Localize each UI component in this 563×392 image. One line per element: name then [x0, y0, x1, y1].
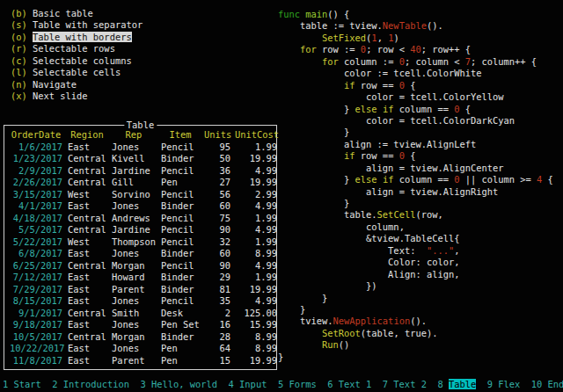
table-cell: Pencil — [161, 213, 200, 225]
menu-item-shortcut: (l) — [11, 67, 27, 77]
code-line: color = tcell.ColorDarkCyan — [278, 115, 553, 127]
table-row[interactable]: 6/25/2017CentralMorganPencil904.99 — [10, 260, 276, 272]
status-bar-slide[interactable]: 5 Forms — [278, 379, 317, 389]
table-cell: 1.99 — [235, 142, 277, 154]
table-cell: 64 — [204, 343, 230, 355]
table-cell: Pencil — [161, 189, 200, 201]
table-row[interactable]: 7/12/2017EastHowardBinder291.99 — [10, 272, 276, 284]
table-row[interactable]: 9/1/2017CentralSmithDesk2125.00 — [10, 308, 276, 320]
table-cell: 16 — [204, 319, 230, 331]
status-bar-slide[interactable]: 8 Table — [437, 379, 476, 389]
menu-item[interactable]: (r) Selectable rows — [11, 43, 143, 54]
table-cell: 1.99 — [235, 213, 277, 225]
table-cell: Pencil — [161, 224, 200, 236]
status-bar-slide[interactable]: 9 Flex — [487, 379, 521, 389]
code-line: SetFixed(1, 1) — [278, 33, 553, 44]
table-row[interactable]: 5/22/2017WestThompsonPencil321.99 — [10, 236, 276, 249]
menu-item[interactable]: (s) Table with separator — [11, 19, 143, 31]
table-cell: Jardine — [112, 224, 156, 236]
table-row[interactable]: 10/22/2017EastJonesPen648.99 — [10, 343, 276, 355]
table-body: 1/6/2017EastJonesPencil951.991/23/2017Ce… — [10, 142, 276, 367]
table-cell: 60 — [204, 248, 230, 260]
table-cell: Jardine — [112, 165, 156, 178]
table-cell: 15.99 — [235, 319, 277, 331]
table-cell: Pencil — [161, 142, 200, 154]
code-line: align = tview.AlignRight — [278, 186, 553, 198]
table-cell: East — [68, 248, 106, 260]
table-cell: Binder — [161, 331, 200, 344]
code-block: func main() { table := tview.NewTable().… — [278, 9, 553, 363]
menu-item[interactable]: (n) Navigate — [11, 79, 143, 91]
menu-item[interactable]: (c) Selectable columns — [11, 55, 143, 67]
table-cell: Parent — [112, 355, 156, 367]
menu-item-shortcut: (s) — [11, 19, 27, 30]
table-cell: Binder — [161, 284, 200, 296]
slide-label: Hello, world — [151, 379, 217, 389]
table-cell: Gill — [112, 177, 156, 189]
slide-number: 6 — [327, 379, 333, 389]
column-header: Region — [68, 129, 106, 142]
menu-item-shortcut: (o) — [11, 32, 27, 42]
table-row[interactable]: 2/9/2017CentralJardinePencil364.99 — [10, 165, 276, 178]
status-bar-slide[interactable]: 6 Text 1 — [327, 379, 371, 389]
slide-number: 4 — [229, 379, 234, 389]
table-row[interactable]: 3/15/2017WestSorvinoPencil562.99 — [10, 189, 276, 201]
table-row[interactable]: 1/23/2017CentralKivellBinder5019.99 — [10, 153, 276, 165]
table-row[interactable]: 5/5/2017CentralJardinePencil904.99 — [10, 224, 276, 236]
table-cell: 28 — [204, 331, 230, 344]
slide-number: 9 — [487, 379, 493, 389]
table-row[interactable]: 4/1/2017EastJonesBinder604.99 — [10, 200, 276, 213]
table-row[interactable]: 8/15/2017EastJonesPencil354.99 — [10, 295, 276, 308]
table-cell: East — [68, 142, 106, 154]
code-line: } — [278, 127, 553, 138]
slide-number: 10 — [531, 379, 543, 389]
menu-item[interactable]: (o) Table with borders — [11, 32, 143, 43]
table-cell: Central — [68, 308, 106, 320]
table-cell: 2 — [204, 308, 230, 320]
table-row[interactable]: 6/8/2017EastJonesBinder608.99 — [10, 248, 276, 260]
code-line: } — [278, 352, 553, 363]
table-cell: West — [68, 236, 106, 249]
table-cell: 4.99 — [235, 200, 277, 213]
table-cell: Pen Set — [161, 319, 200, 331]
table-cell: Jones — [112, 295, 156, 308]
status-bar-slide[interactable]: 1 Start — [3, 379, 41, 389]
table-cell: Pencil — [161, 236, 200, 249]
code-line: Text: "...", — [278, 245, 553, 257]
table-cell: Central — [68, 165, 106, 178]
menu-item[interactable]: (l) Selectable cells — [11, 67, 143, 78]
status-bar-slide[interactable]: 2 Introduction — [52, 379, 129, 389]
column-header: OrderDate — [10, 129, 62, 142]
status-bar-slide[interactable]: 3 Hello, world — [140, 379, 217, 389]
table-row[interactable]: 4/18/2017CentralAndrewsPencil751.99 — [10, 213, 276, 225]
slide-label: Introduction — [63, 379, 129, 389]
table-cell: 2.99 — [235, 189, 277, 201]
table-cell: 1.99 — [235, 272, 277, 284]
table-row[interactable]: 11/8/2017EastParentPen1519.99 — [10, 355, 276, 367]
table-cell: Jones — [112, 142, 156, 154]
table-row[interactable]: 1/6/2017EastJonesPencil951.99 — [10, 142, 276, 154]
table-cell: Sorvino — [112, 189, 156, 201]
table-cell: 27 — [204, 177, 230, 189]
status-bar-slide[interactable]: 7 Text 2 — [383, 379, 427, 389]
table-cell: 7/29/2017 — [10, 284, 62, 296]
table-row[interactable]: 10/5/2017CentralMorganBinder288.99 — [10, 331, 276, 344]
table-cell: 32 — [204, 236, 230, 249]
menu-item[interactable]: (x) Next slide — [11, 91, 143, 102]
table-row[interactable]: 9/18/2017EastJonesPen Set1615.99 — [10, 319, 276, 331]
table-row[interactable]: 7/29/2017EastParentBinder8119.99 — [10, 284, 276, 296]
table-cell: Central — [68, 213, 106, 225]
table-title: Table — [124, 120, 157, 130]
slide-number: 5 — [278, 379, 283, 389]
table-cell: Central — [68, 153, 106, 165]
table-row[interactable]: 2/26/2017CentralGillPen2719.99 — [10, 177, 276, 189]
slide-label: End — [548, 379, 563, 389]
table-cell: 125.00 — [235, 308, 277, 320]
table-cell: 3/15/2017 — [10, 189, 62, 201]
status-bar-slide[interactable]: 10 End — [531, 379, 563, 389]
column-header: Item — [161, 129, 200, 142]
table-cell: Morgan — [112, 260, 156, 272]
status-bar-slide[interactable]: 4 Input — [229, 379, 267, 389]
table-cell: 81 — [204, 284, 230, 296]
menu-item[interactable]: (b) Basic table — [11, 8, 143, 19]
